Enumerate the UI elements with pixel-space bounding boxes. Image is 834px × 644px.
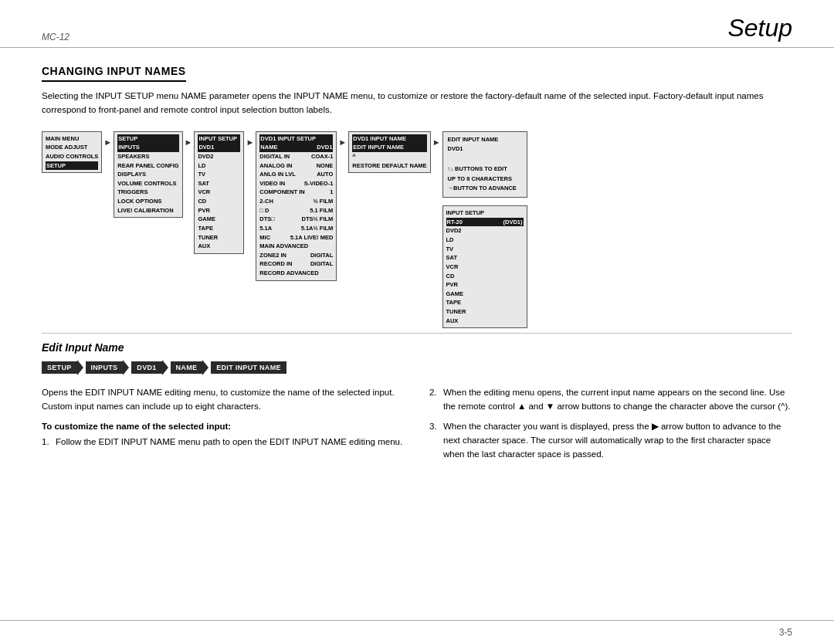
menu-item-triggers: TRIGGERS (117, 188, 178, 197)
d1is-video: VIDEO INS-VIDEO-1 (259, 179, 333, 188)
d1is-comp: COMPONENT IN1 (259, 188, 333, 197)
d1in-title: DVD1 INPUT NAME (352, 134, 426, 144)
is-dvd2: DVD2 (198, 152, 240, 161)
is-tuner: TUNER (198, 233, 240, 242)
menu-item-lock: LOCK OPTIONS (117, 197, 178, 206)
is-dvd1: DVD1 (198, 143, 240, 152)
bc-edit-input-name: EDIT INPUT NAME (211, 361, 286, 374)
page-title: Setup (727, 14, 792, 42)
is-game: GAME (198, 215, 240, 224)
footer: 3-5 (0, 620, 834, 644)
d1is-mic: MIC5.1a LIVE! MED (259, 233, 333, 242)
isr-title: INPUT SETUP (446, 208, 524, 218)
d1is-2ch: 2-CH½ FILM (259, 197, 333, 206)
arrow1: ► (102, 137, 114, 147)
is-aux: AUX (198, 242, 240, 251)
step3-text: When the character you want is displayed… (443, 420, 792, 461)
bc-arrow4 (202, 360, 208, 375)
arrow3: ► (244, 137, 256, 147)
isr-tuner: TUNER (446, 307, 524, 317)
menu-item-audio: AUDIO CONTROLS (46, 152, 98, 161)
section-edit-input-name: Edit Input Name SETUP INPUTS DVD1 NAME E… (42, 341, 792, 467)
step1-num: 1. (42, 436, 53, 449)
menu-item-displays: DISPLAYS (117, 170, 178, 179)
isr-dvd2: DVD2 (446, 226, 524, 236)
section1-title: CHANGING INPUT NAMES (42, 65, 186, 82)
bc-name: NAME (171, 361, 203, 374)
is-cd: CD (198, 197, 240, 206)
d1is-title: DVD1 INPUT SETUP (259, 134, 333, 144)
section1-intro: Selecting the INPUT SETUP menu NAME para… (42, 90, 792, 117)
arrow5: ► (431, 137, 442, 147)
arrow2: ► (183, 137, 195, 147)
dvd1-input-setup-box: DVD1 INPUT SETUP NAMEDVD1 DIGITAL INCOAX… (256, 131, 337, 281)
step1-text: Follow the EDIT INPUT NAME menu path to … (56, 436, 402, 449)
menu-item-volctrl: VOLUME CONTROLS (117, 179, 178, 188)
ein-note3: →BUTTON TO ADVANCE (448, 184, 522, 194)
d1is-anlg: ANLG IN LVLAUTO (259, 170, 333, 179)
menu-title-main: MAIN MENU (46, 134, 98, 144)
d1in-edit: EDIT INPUT NAME (352, 143, 426, 152)
dvd1-input-name-box: DVD1 INPUT NAME EDIT INPUT NAME ^ RESTOR… (348, 131, 430, 174)
ein-blank (448, 154, 522, 164)
isr-aux: AUX (446, 317, 524, 326)
bc-arrow2 (123, 360, 129, 375)
is-ld: LD (198, 161, 240, 171)
menu-item-setup: SETUP (46, 161, 98, 171)
page: MC-12 Setup CHANGING INPUT NAMES Selecti… (0, 0, 834, 644)
step-3: 3. When the character you want is displa… (429, 420, 792, 461)
bc-dvd1: DVD1 (131, 361, 161, 374)
page-number: 3-5 (779, 627, 792, 638)
step-2: 2. When the editing menu opens, the curr… (429, 386, 792, 414)
isr-tape: TAPE (446, 298, 524, 307)
d1is-mainadv: MAIN ADVANCED (259, 242, 333, 251)
is-tape: TAPE (198, 224, 240, 233)
bc-inputs: INPUTS (86, 361, 124, 374)
isr-tv: TV (446, 245, 524, 254)
left-column: Opens the EDIT INPUT NAME editing menu, … (42, 386, 405, 467)
menu-item-live: LIVE! CALIBRATION (117, 206, 178, 215)
right-boxes: EDIT INPUT NAME DVD1 ↑↓ BUTTONS TO EDIT … (442, 131, 527, 329)
d1in-caret: ^ (352, 152, 426, 161)
d1is-digital: DIGITAL INCOAX-1 (259, 152, 333, 161)
ein-dvd1: DVD1 (448, 144, 522, 154)
d1is-51a: 5.1a5.1a½ FILM (259, 224, 333, 233)
bc-setup: SETUP (42, 361, 77, 374)
d1is-name: NAMEDVD1 (259, 143, 333, 152)
is-sat: SAT (198, 179, 240, 188)
customize-bold: To customize the name of the selected in… (42, 422, 405, 431)
main-content: CHANGING INPUT NAMES Selecting the INPUT… (0, 48, 834, 467)
section2-title: Edit Input Name (42, 341, 792, 354)
menu-item-inputs: INPUTS (117, 143, 178, 152)
bc-arrow1 (77, 360, 83, 375)
ein-note1: ↑↓ BUTTONS TO EDIT (448, 164, 522, 175)
d1in-restore: RESTORE DEFAULT NAME (352, 161, 426, 171)
d1is-analog: ANALOG INNONE (259, 161, 333, 171)
step2-text: When the editing menu opens, the current… (443, 386, 792, 414)
header: MC-12 Setup (0, 0, 834, 48)
setup-menu-box: SETUP INPUTS SPEAKERS REAR PANEL CONFIG … (114, 131, 182, 219)
d1is-dts: Dts□Dts½ FILM (259, 215, 333, 224)
model-label: MC-12 (42, 32, 70, 42)
breadcrumb: SETUP INPUTS DVD1 NAME EDIT INPUT NAME (42, 360, 792, 375)
step3-num: 3. (429, 420, 440, 461)
menu-item-speakers: SPEAKERS (117, 152, 178, 161)
d1is-recadv: RECORD ADVANCED (259, 269, 333, 278)
d1is-zone2: ZONE2 INDIGITAL (259, 251, 333, 260)
step2-num: 2. (429, 386, 440, 414)
bc-arrow3 (162, 360, 168, 375)
menu-title-setup: SETUP (117, 134, 178, 144)
menu-item-rpc: REAR PANEL CONFIG (117, 161, 178, 171)
body-text-left: Opens the EDIT INPUT NAME editing menu, … (42, 386, 405, 414)
right-column: 2. When the editing menu opens, the curr… (429, 386, 792, 467)
ein-note2: UP TO 8 CHARACTERS (448, 175, 522, 185)
isr-cd: CD (446, 272, 524, 281)
arrow4: ► (337, 137, 348, 147)
isr-vcr: VCR (446, 263, 524, 272)
d1is-d51: □ D5.1 FILM (259, 206, 333, 215)
input-setup-right-box: INPUT SETUP RT-20(DVD1) DVD2 LD TV SAT V… (442, 205, 527, 328)
main-menu-box: MAIN MENU MODE ADJUST AUDIO CONTROLS SET… (42, 131, 102, 174)
is-tv: TV (198, 170, 240, 179)
edit-input-name-info: EDIT INPUT NAME DVD1 ↑↓ BUTTONS TO EDIT … (442, 131, 527, 198)
isr-pvr: PVR (446, 280, 524, 290)
